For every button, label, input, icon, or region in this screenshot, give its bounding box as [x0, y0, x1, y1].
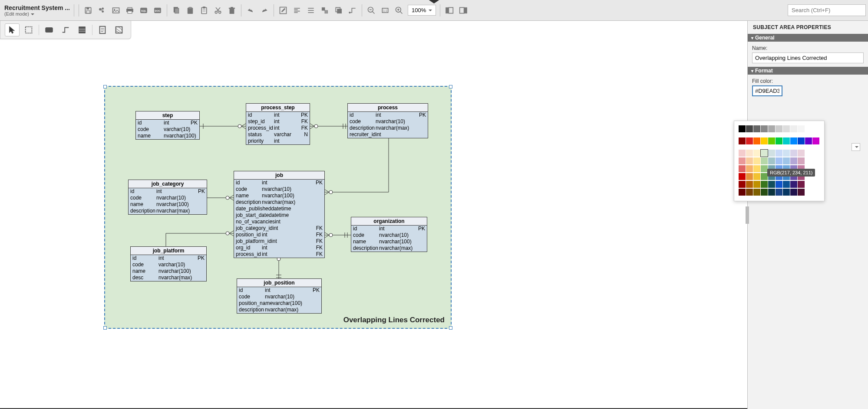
color-swatch[interactable] — [790, 157, 797, 164]
canvas[interactable]: Overlapping Lines Corrected — [0, 21, 747, 409]
resize-handle-se[interactable] — [449, 326, 452, 330]
color-swatch[interactable] — [805, 125, 812, 132]
clipboard-button[interactable] — [198, 4, 211, 17]
color-swatch[interactable] — [753, 165, 760, 172]
color-swatch[interactable] — [761, 173, 768, 180]
color-swatch[interactable] — [790, 137, 797, 144]
color-swatch[interactable] — [783, 150, 790, 157]
document-title-block[interactable]: Recruitment System ... (Edit mode) — [2, 4, 72, 16]
align-group-button[interactable] — [318, 4, 331, 17]
zoom-select[interactable]: 100% — [408, 5, 436, 16]
color-swatch[interactable] — [761, 165, 768, 172]
redo-button[interactable] — [258, 4, 271, 17]
color-swatch[interactable] — [812, 137, 819, 144]
color-swatch[interactable] — [768, 157, 775, 164]
resize-handle-ne[interactable] — [449, 85, 452, 88]
layout-right-button[interactable] — [457, 4, 470, 17]
color-swatch[interactable] — [776, 150, 782, 157]
color-swatch[interactable] — [768, 181, 775, 188]
color-swatch[interactable] — [783, 181, 790, 188]
color-swatch[interactable] — [761, 125, 768, 132]
color-swatch[interactable] — [746, 150, 753, 157]
color-swatch[interactable] — [761, 189, 768, 196]
align-left-button[interactable] — [290, 4, 304, 17]
color-swatch[interactable] — [776, 125, 782, 132]
color-swatch[interactable] — [798, 181, 805, 188]
color-swatch[interactable] — [776, 189, 782, 196]
general-section-header[interactable]: General — [748, 34, 868, 42]
entity-step[interactable]: stepidintPKcodevarchar(10)namenvarchar(1… — [135, 111, 200, 140]
entity-process_step[interactable]: process_stepidintPKstep_idintFKprocess_i… — [246, 103, 310, 145]
layout-left-button[interactable] — [443, 4, 456, 17]
color-swatch[interactable] — [746, 173, 753, 180]
image-button[interactable] — [109, 4, 122, 17]
color-swatch[interactable] — [768, 150, 775, 157]
zoom-out-button[interactable] — [365, 4, 378, 17]
color-swatch[interactable] — [739, 165, 746, 172]
color-swatch[interactable] — [761, 150, 768, 157]
entity-job_position[interactable]: job_positionidintPKcodenvarchar(10)posit… — [237, 278, 322, 314]
save-button[interactable] — [82, 4, 95, 17]
line-style-dropdown[interactable] — [851, 143, 860, 151]
color-swatch[interactable] — [746, 157, 753, 164]
color-swatch[interactable] — [783, 137, 790, 144]
edit-box-button[interactable] — [277, 4, 290, 17]
color-swatch[interactable] — [753, 189, 760, 196]
color-swatch[interactable] — [798, 157, 805, 164]
color-swatch[interactable] — [753, 125, 760, 132]
color-swatch[interactable] — [739, 189, 746, 196]
cut-button[interactable] — [211, 4, 224, 17]
entity-job_category[interactable]: job_categoryidintPKcodenvarchar(10)namen… — [128, 180, 207, 215]
entity-job_platform[interactable]: job_platformidintPKcodevarchar(10)namenv… — [130, 246, 207, 281]
align-lines-button[interactable] — [304, 4, 317, 17]
format-section-header[interactable]: Format — [748, 67, 868, 75]
undo-button[interactable] — [244, 4, 257, 17]
color-swatch[interactable] — [798, 137, 805, 144]
color-swatch[interactable] — [790, 125, 797, 132]
color-swatch[interactable] — [798, 150, 805, 157]
color-swatch[interactable] — [746, 165, 753, 172]
color-swatch[interactable] — [790, 189, 797, 196]
color-swatch[interactable] — [739, 137, 746, 144]
copy-file-button[interactable] — [170, 4, 183, 17]
color-swatch[interactable] — [739, 157, 746, 164]
color-swatch[interactable] — [753, 181, 760, 188]
color-swatch[interactable] — [798, 189, 805, 196]
entity-job[interactable]: jobidintPKcodenvarchar(10)namenvarchar(1… — [234, 171, 325, 258]
connector-button[interactable] — [346, 4, 359, 17]
color-swatch[interactable] — [746, 125, 753, 132]
color-swatch[interactable] — [753, 157, 760, 164]
resize-handle-nw[interactable] — [103, 85, 107, 88]
color-swatch[interactable] — [739, 173, 746, 180]
color-swatch[interactable] — [798, 125, 805, 132]
share-button[interactable] — [96, 4, 109, 17]
paste-file-button[interactable] — [184, 4, 197, 17]
color-swatch[interactable] — [739, 150, 746, 157]
color-swatch[interactable] — [768, 125, 775, 132]
resize-handle-sw[interactable] — [103, 326, 107, 330]
sql-button[interactable]: SQL — [137, 4, 150, 17]
color-swatch[interactable] — [783, 189, 790, 196]
color-swatch[interactable] — [776, 157, 782, 164]
color-swatch[interactable] — [790, 181, 797, 188]
fill-color-input[interactable] — [752, 85, 782, 96]
print-button[interactable] — [123, 4, 136, 17]
trash-button[interactable] — [225, 4, 238, 17]
color-swatch[interactable] — [805, 137, 812, 144]
color-swatch[interactable] — [746, 181, 753, 188]
color-swatch[interactable] — [768, 137, 775, 144]
doc-button[interactable]: DOC — [151, 4, 164, 17]
color-swatch[interactable] — [790, 150, 797, 157]
color-swatch[interactable] — [753, 150, 760, 157]
color-swatch[interactable] — [776, 181, 782, 188]
entity-process[interactable]: processidintPKcodenvarchar(10)descriptio… — [347, 103, 428, 138]
color-swatch[interactable] — [761, 157, 768, 164]
color-swatch[interactable] — [739, 181, 746, 188]
search-input[interactable] — [788, 4, 866, 16]
panel-splitter[interactable] — [746, 206, 749, 224]
color-swatch[interactable] — [761, 181, 768, 188]
color-swatch[interactable] — [783, 125, 790, 132]
color-swatch[interactable] — [753, 137, 760, 144]
name-input[interactable] — [752, 52, 864, 63]
color-swatch[interactable] — [783, 157, 790, 164]
